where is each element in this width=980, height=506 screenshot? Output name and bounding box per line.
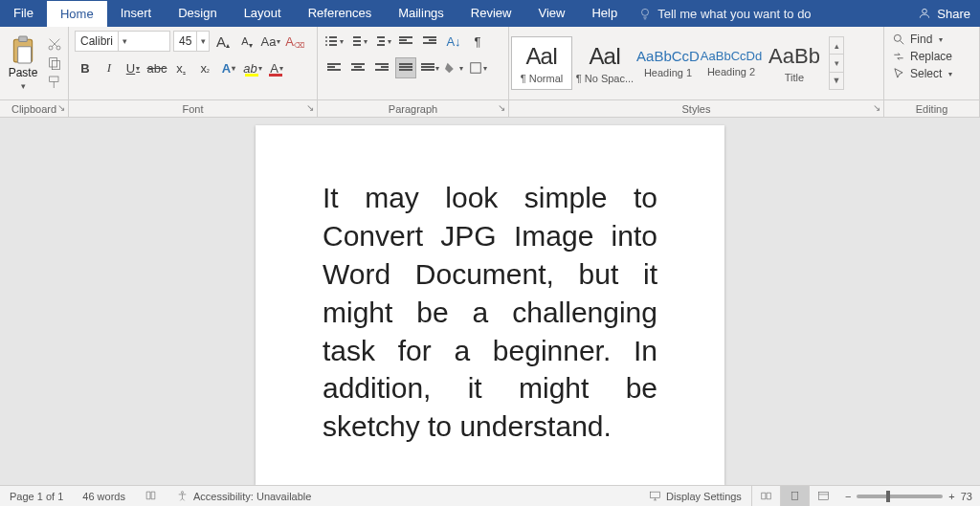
zoom-slider-thumb[interactable]: [886, 491, 890, 502]
change-case-button[interactable]: Aa▾: [260, 31, 281, 52]
status-bar: Page 1 of 1 46 words Accessibility: Unav…: [0, 485, 980, 506]
document-workspace[interactable]: It may look simple to Convert JPG Image …: [0, 118, 980, 485]
grow-font-button[interactable]: A▴: [212, 31, 234, 52]
bold-button[interactable]: B: [75, 57, 96, 78]
align-center-button[interactable]: [347, 57, 368, 78]
tab-review[interactable]: Review: [457, 0, 525, 27]
paragraph-group-label: Paragraph: [389, 103, 437, 115]
group-editing: Find▾ Replace Select▾ Editing: [884, 27, 980, 117]
numbering-button[interactable]: ▾: [347, 31, 368, 52]
tab-home[interactable]: Home: [47, 0, 107, 27]
style-no-spacing[interactable]: AaI ¶ No Spac...: [574, 36, 635, 90]
zoom-out-button[interactable]: −: [845, 491, 851, 502]
zoom-slider[interactable]: [857, 495, 943, 498]
copy-icon[interactable]: [47, 55, 62, 71]
paragraph-dialog-launcher[interactable]: ↘: [498, 102, 505, 113]
multilevel-list-button[interactable]: ▾: [371, 31, 392, 52]
svg-rect-10: [470, 63, 480, 74]
web-layout-button[interactable]: [809, 486, 837, 507]
scroll-down-icon[interactable]: ▾: [830, 55, 843, 72]
underline-button[interactable]: U▾: [122, 57, 144, 78]
shrink-font-button[interactable]: A▾: [236, 31, 257, 52]
document-page[interactable]: It may look simple to Convert JPG Image …: [256, 125, 724, 485]
svg-rect-7: [50, 58, 57, 67]
find-button[interactable]: Find▾: [892, 33, 943, 46]
font-color-button[interactable]: A▾: [266, 57, 287, 78]
tab-mailings[interactable]: Mailings: [385, 0, 457, 27]
accessibility-status[interactable]: Accessibility: Unavailable: [167, 490, 322, 502]
font-name-combo[interactable]: Calibri ▾: [75, 31, 170, 52]
svg-rect-13: [651, 492, 660, 498]
font-dialog-launcher[interactable]: ↘: [306, 102, 314, 113]
zoom-in-button[interactable]: +: [948, 491, 954, 502]
replace-button[interactable]: Replace: [892, 50, 952, 63]
superscript-button[interactable]: x²: [194, 57, 215, 78]
highlight-button[interactable]: ab▾: [242, 57, 263, 78]
read-mode-button[interactable]: [751, 486, 780, 507]
tab-help[interactable]: Help: [578, 0, 631, 27]
align-right-button[interactable]: [371, 57, 392, 78]
tab-view[interactable]: View: [524, 0, 578, 27]
svg-rect-8: [52, 60, 59, 69]
cursor-icon: [892, 67, 905, 80]
style-heading1[interactable]: AaBbCcD Heading 1: [637, 36, 699, 90]
spell-check-button[interactable]: [135, 490, 167, 502]
tab-layout[interactable]: Layout: [231, 0, 295, 27]
view-mode-buttons: [751, 486, 837, 507]
style-title[interactable]: AaBb Title: [764, 36, 825, 90]
document-body-text[interactable]: It may look simple to Convert JPG Image …: [323, 179, 657, 446]
subscript-button[interactable]: x₂: [170, 57, 191, 78]
justify-button[interactable]: [395, 57, 416, 78]
paste-label: Paste: [9, 66, 38, 79]
paste-dropdown-icon: ▾: [21, 81, 26, 91]
svg-rect-9: [50, 77, 58, 81]
svg-point-11: [894, 34, 901, 41]
scroll-up-icon[interactable]: ▴: [830, 37, 843, 55]
clipboard-dialog-launcher[interactable]: ↘: [57, 102, 65, 113]
clear-formatting-button[interactable]: A⌫: [284, 31, 305, 52]
select-button[interactable]: Select▾: [892, 67, 952, 80]
svg-point-0: [642, 9, 649, 15]
ribbon: Paste ▾ Clipboard↘ Calibri ▾ 45 ▾: [0, 27, 980, 118]
styles-dialog-launcher[interactable]: ↘: [873, 102, 880, 113]
chevron-down-icon: ▾: [118, 32, 131, 51]
style-normal[interactable]: AaI ¶ Normal: [511, 36, 572, 90]
borders-button[interactable]: ▾: [467, 57, 488, 78]
show-marks-button[interactable]: ¶: [467, 31, 488, 52]
tab-file[interactable]: File: [0, 0, 47, 27]
italic-button[interactable]: I: [99, 57, 120, 78]
font-size-combo[interactable]: 45 ▾: [173, 31, 210, 52]
print-layout-button[interactable]: [780, 486, 809, 507]
styles-scroller[interactable]: ▴ ▾ ▼: [829, 36, 844, 90]
cut-icon[interactable]: [47, 36, 62, 52]
text-effects-button[interactable]: A▾: [218, 57, 239, 78]
styles-expand-icon[interactable]: ▼: [830, 73, 843, 89]
paste-icon: [11, 35, 35, 64]
group-font: Calibri ▾ 45 ▾ A▴ A▾ Aa▾ A⌫ B I U▾ abc x…: [69, 27, 318, 117]
zoom-value[interactable]: 73: [961, 491, 972, 502]
bullets-button[interactable]: ▾: [323, 31, 345, 52]
strikethrough-button[interactable]: abc: [146, 57, 167, 78]
paste-button[interactable]: Paste ▾: [6, 35, 40, 91]
svg-rect-4: [18, 47, 32, 63]
decrease-indent-button[interactable]: [395, 31, 416, 52]
share-label: Share: [937, 7, 970, 21]
tell-me-search[interactable]: Tell me what you want to do: [631, 0, 818, 27]
increase-indent-button[interactable]: [419, 31, 440, 52]
tab-design[interactable]: Design: [165, 0, 230, 27]
display-settings-button[interactable]: Display Settings: [639, 490, 751, 502]
share-button[interactable]: Share: [908, 0, 980, 27]
tell-me-label: Tell me what you want to do: [657, 7, 811, 21]
shading-button[interactable]: ▾: [443, 57, 464, 78]
tab-references[interactable]: References: [295, 0, 385, 27]
word-count[interactable]: 46 words: [73, 491, 135, 502]
tab-insert[interactable]: Insert: [107, 0, 166, 27]
format-painter-icon[interactable]: [47, 75, 62, 90]
align-left-button[interactable]: [323, 57, 345, 78]
line-spacing-button[interactable]: ▾: [419, 57, 440, 78]
sort-button[interactable]: A↓: [443, 31, 464, 52]
page-indicator[interactable]: Page 1 of 1: [0, 491, 73, 502]
svg-rect-3: [19, 36, 28, 41]
style-heading2[interactable]: AaBbCcDd Heading 2: [701, 36, 762, 90]
group-styles: AaI ¶ Normal AaI ¶ No Spac... AaBbCcD He…: [509, 27, 884, 117]
